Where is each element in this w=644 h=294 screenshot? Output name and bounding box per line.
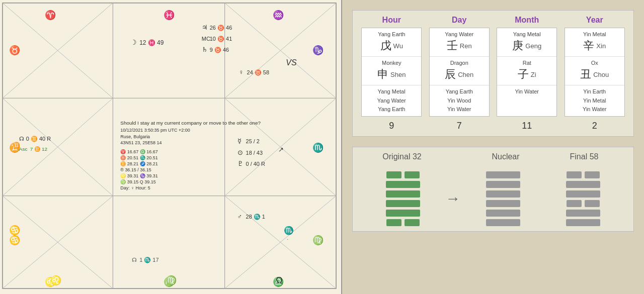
svg-text:0 ♊ 40 R: 0 ♊ 40 R xyxy=(26,135,51,142)
hexagram-headers: Original 32 Nuclear Final 58 xyxy=(363,152,623,161)
svg-text:♌: ♌ xyxy=(50,275,62,286)
svg-text:♋: ♋ xyxy=(9,225,21,236)
svg-text:☿: ☿ xyxy=(237,137,242,145)
svg-text:⊙: ⊙ xyxy=(237,149,243,156)
fin-line-5 xyxy=(566,210,600,217)
svg-text:♌ 39.31    ♑ 39.31: ♌ 39.31 ♑ 39.31 xyxy=(120,173,157,179)
svg-text:☊: ☊ xyxy=(132,257,137,263)
month-stem-label: Yang Metal xyxy=(499,31,554,37)
bazi-table: Hour Day Month Year Yang Earth 戊 Wu Monk… xyxy=(352,10,634,137)
svg-text:♃: ♃ xyxy=(202,24,208,31)
svg-text:0 / 40 R: 0 / 40 R xyxy=(246,161,265,167)
month-branch: Rat 子 Zi xyxy=(497,57,556,85)
svg-text:10 ♉ 41: 10 ♉ 41 xyxy=(210,35,232,42)
nuclear-title: Nuclear xyxy=(466,152,545,161)
svg-text:♈ 16.67    ♎ 16.67: ♈ 16.67 ♎ 16.67 xyxy=(120,149,157,155)
day-stem-chars: 壬 Ren xyxy=(432,38,487,53)
svg-text:9 ♉ 46: 9 ♉ 46 xyxy=(210,46,229,53)
hour-score: 9 xyxy=(361,121,422,131)
fin-line-6 xyxy=(566,219,600,226)
svg-text:♒: ♒ xyxy=(273,10,284,21)
svg-text:♍: ♍ xyxy=(312,235,324,246)
orig-line-4 xyxy=(386,200,420,207)
year-stem-chars: 辛 Xin xyxy=(567,38,622,53)
svg-text:Ω: Ω xyxy=(276,275,282,285)
nuc-line-6 xyxy=(486,219,520,226)
arrow-spacer xyxy=(441,152,466,161)
svg-text:Should I stay at my current co: Should I stay at my current company or m… xyxy=(120,120,261,126)
hour-stem-label: Yang Earth xyxy=(364,31,419,37)
original-title: Original 32 xyxy=(363,152,441,161)
orig-line-6 xyxy=(386,219,420,226)
svg-text:♄: ♄ xyxy=(202,46,208,53)
svg-text:♏: ♏ xyxy=(284,226,294,235)
svg-text:10/12/2021  3:50:35 pm  UTC +2: 10/12/2021 3:50:35 pm UTC +2:00 xyxy=(120,128,190,133)
final-hexagram xyxy=(543,171,623,226)
bazi-score-row: 9 7 11 2 xyxy=(358,121,628,131)
svg-text:♍ 39.15    Q 39.15: ♍ 39.15 Q 39.15 xyxy=(120,179,155,185)
hour-column: Yang Earth 戊 Wu Monkey 申 Shen Yang Metal… xyxy=(361,28,422,117)
hexagram-body: → xyxy=(363,171,623,226)
svg-text:18 / 43: 18 / 43 xyxy=(246,150,263,156)
orig-line-1 xyxy=(386,171,420,178)
nuc-line-4 xyxy=(486,200,520,207)
svg-text:♋: ♋ xyxy=(9,235,21,246)
month-branch-chars: 子 Zi xyxy=(499,67,554,82)
svg-text:☊: ☊ xyxy=(19,136,24,142)
svg-text:VS: VS xyxy=(286,58,297,67)
svg-text:♀: ♀ xyxy=(239,68,244,76)
year-branch-chars: 丑 Chou xyxy=(567,67,622,82)
svg-text:MC: MC xyxy=(202,36,210,42)
svg-text:25 / 2: 25 / 2 xyxy=(246,138,260,144)
month-stem: Yang Metal 庚 Geng xyxy=(497,28,556,57)
year-header: Year xyxy=(565,16,625,25)
original-hexagram xyxy=(363,171,443,226)
fin-line-1 xyxy=(567,171,600,178)
hour-branch: Monkey 申 Shen xyxy=(362,57,421,85)
month-hidden: Yin Water placeholder placeholder xyxy=(497,85,556,116)
svg-text:♑: ♑ xyxy=(312,45,324,56)
hour-header: Hour xyxy=(361,16,422,25)
svg-text:♊ 28.21    ♐ 28.21: ♊ 28.21 ♐ 28.21 xyxy=(120,161,157,167)
svg-text:☽: ☽ xyxy=(130,38,137,46)
chart-panel: ♈ ♓ ♒ ♉ ♊ ♋ ♑ ♏ ♍ ♌ ♍ ♎ ☽ 12 ♓ 49 ♃ 26 ♉… xyxy=(0,0,342,294)
svg-text:28 ♏ 1: 28 ♏ 1 xyxy=(246,213,265,220)
fin-line-3 xyxy=(566,190,600,198)
hour-hidden: Yang Metal Yang Water Yang Earth xyxy=(362,85,421,116)
hour-branch-label: Monkey xyxy=(364,60,419,66)
day-stem-label: Yang Water xyxy=(432,31,487,37)
final-title: Final 58 xyxy=(545,152,623,161)
svg-text:Asc: Asc xyxy=(19,146,28,152)
hour-branch-chars: 申 Shen xyxy=(364,67,419,82)
fin-line-4 xyxy=(567,200,600,207)
hex-arrow: → xyxy=(443,190,463,207)
svg-text:♈: ♈ xyxy=(45,10,56,21)
day-hidden: Yang Earth Yin Wood Yin Water xyxy=(430,85,489,116)
day-branch-chars: 辰 Chen xyxy=(432,67,487,82)
bazi-columns: Yang Earth 戊 Wu Monkey 申 Shen Yang Metal… xyxy=(358,28,628,117)
svg-text:♓: ♓ xyxy=(164,10,175,21)
orig-line-5 xyxy=(386,210,420,217)
year-score: 2 xyxy=(565,121,625,131)
nuclear-hexagram xyxy=(463,171,543,226)
nuc-line-1 xyxy=(486,171,520,178)
svg-text:♏: ♏ xyxy=(312,142,324,153)
orig-line-3 xyxy=(386,190,420,198)
svg-text:♇: ♇ xyxy=(237,160,244,167)
svg-text:26 ♉ 46: 26 ♉ 46 xyxy=(210,24,232,31)
month-header: Month xyxy=(497,16,557,25)
nuc-line-3 xyxy=(486,190,520,198)
day-header: Day xyxy=(429,16,490,25)
svg-text:♉ 20.51    ♏ 20.51: ♉ 20.51 ♏ 20.51 xyxy=(120,155,157,161)
year-stem: Yin Metal 辛 Xin xyxy=(565,28,624,57)
month-column: Yang Metal 庚 Geng Rat 子 Zi Yin Water pla… xyxy=(497,28,557,117)
svg-text:Day: ♀   Hour: 5: Day: ♀ Hour: 5 xyxy=(120,185,150,190)
year-branch-label: Ox xyxy=(567,60,622,66)
hour-stem-chars: 戊 Wu xyxy=(364,38,419,53)
day-branch-label: Dragon xyxy=(432,60,487,66)
svg-rect-0 xyxy=(0,1,341,293)
svg-text:♉: ♉ xyxy=(9,45,21,56)
day-column: Yang Water 壬 Ren Dragon 辰 Chen Yang Eart… xyxy=(429,28,490,117)
svg-text:Ruse, Bulgaria: Ruse, Bulgaria xyxy=(120,134,150,139)
nuc-line-5 xyxy=(486,210,520,217)
